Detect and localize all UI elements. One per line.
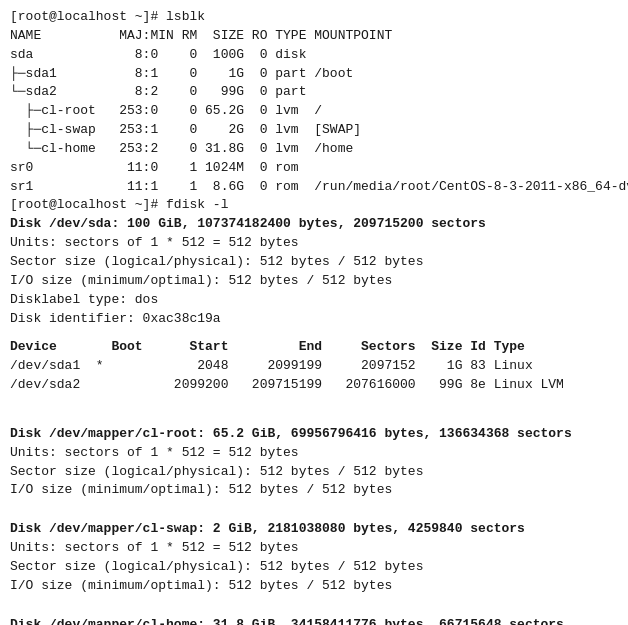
line-spacer: [10, 596, 618, 606]
terminal-line: sr0 11:0 1 1024M 0 rom: [10, 159, 618, 178]
terminal-window: [root@localhost ~]# lsblkNAME MAJ:MIN RM…: [0, 0, 628, 625]
line-spacer: [10, 510, 618, 520]
line-spacer: [10, 328, 618, 338]
terminal-line: Device Boot Start End Sectors Size Id Ty…: [10, 338, 618, 357]
terminal-line: sr1 11:1 1 8.6G 0 rom /run/media/root/Ce…: [10, 178, 618, 197]
terminal-line: /dev/sda1 * 2048 2099199 2097152 1G 83 L…: [10, 357, 618, 376]
terminal-line: └─cl-home 253:2 0 31.8G 0 lvm /home: [10, 140, 618, 159]
terminal-line: Disklabel type: dos: [10, 291, 618, 310]
terminal-line: Disk /dev/sda: 100 GiB, 107374182400 byt…: [10, 215, 618, 234]
terminal-line: Disk /dev/mapper/cl-home: 31.8 GiB, 3415…: [10, 616, 618, 625]
terminal-line: Sector size (logical/physical): 512 byte…: [10, 253, 618, 272]
terminal-line: Units: sectors of 1 * 512 = 512 bytes: [10, 234, 618, 253]
terminal-line: ├─cl-swap 253:1 0 2G 0 lvm [SWAP]: [10, 121, 618, 140]
line-spacer: [10, 405, 618, 415]
line-spacer: [10, 415, 618, 425]
terminal-line: [root@localhost ~]# lsblk: [10, 8, 618, 27]
terminal-line: Units: sectors of 1 * 512 = 512 bytes: [10, 539, 618, 558]
terminal-line: [root@localhost ~]# fdisk -l: [10, 196, 618, 215]
terminal-line: Disk /dev/mapper/cl-root: 65.2 GiB, 6995…: [10, 425, 618, 444]
terminal-line: Disk identifier: 0xac38c19a: [10, 310, 618, 329]
terminal-line: NAME MAJ:MIN RM SIZE RO TYPE MOUNTPOINT: [10, 27, 618, 46]
terminal-line: I/O size (minimum/optimal): 512 bytes / …: [10, 272, 618, 291]
terminal-line: ├─cl-root 253:0 0 65.2G 0 lvm /: [10, 102, 618, 121]
line-spacer: [10, 395, 618, 405]
line-spacer: [10, 500, 618, 510]
terminal-line: Disk /dev/mapper/cl-swap: 2 GiB, 2181038…: [10, 520, 618, 539]
terminal-line: ├─sda1 8:1 0 1G 0 part /boot: [10, 65, 618, 84]
terminal-line: I/O size (minimum/optimal): 512 bytes / …: [10, 577, 618, 596]
terminal-line: Sector size (logical/physical): 512 byte…: [10, 463, 618, 482]
terminal-line: └─sda2 8:2 0 99G 0 part: [10, 83, 618, 102]
terminal-line: sda 8:0 0 100G 0 disk: [10, 46, 618, 65]
line-spacer: [10, 606, 618, 616]
terminal-line: Units: sectors of 1 * 512 = 512 bytes: [10, 444, 618, 463]
terminal-line: Sector size (logical/physical): 512 byte…: [10, 558, 618, 577]
terminal-line: /dev/sda2 2099200 209715199 207616000 99…: [10, 376, 618, 395]
terminal-line: I/O size (minimum/optimal): 512 bytes / …: [10, 481, 618, 500]
